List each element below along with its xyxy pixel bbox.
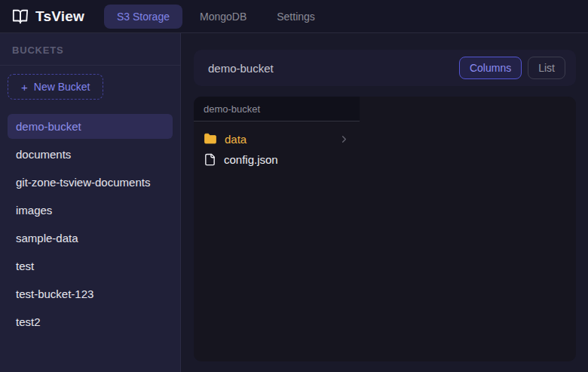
tab-s3-storage[interactable]: S3 Storage <box>104 5 182 29</box>
top-bar: TsView S3 StorageMongoDBSettings <box>0 0 588 33</box>
entry-label: data <box>225 133 247 146</box>
app-logo: TsView <box>12 8 84 25</box>
new-bucket-button[interactable]: + New Bucket <box>8 74 103 100</box>
bucket-list-item[interactable]: sample-data <box>8 226 173 251</box>
browser-panel: demo-bucket dataconfig.json <box>194 97 576 361</box>
object-column: demo-bucket dataconfig.json <box>194 97 360 361</box>
view-toggle: ColumnsList <box>459 57 565 79</box>
main-area: demo-bucket ColumnsList demo-bucket data… <box>181 33 588 372</box>
buckets-sidebar: BUCKETS + New Bucket demo-bucketdocument… <box>0 33 181 372</box>
buckets-heading: BUCKETS <box>0 33 180 66</box>
bucket-title: demo-bucket <box>208 62 274 75</box>
file-icon <box>204 153 216 166</box>
plus-icon: + <box>21 81 28 93</box>
tab-settings[interactable]: Settings <box>264 5 328 29</box>
folder-icon <box>204 132 217 146</box>
entry-list: dataconfig.json <box>194 121 360 170</box>
columns-view-button[interactable]: Columns <box>459 57 522 79</box>
bucket-list-item[interactable]: git-zone-tsview-documents <box>8 170 173 195</box>
chevron-right-icon <box>338 134 350 145</box>
app-title: TsView <box>35 8 84 25</box>
tab-mongodb[interactable]: MongoDB <box>187 5 259 29</box>
new-bucket-label: New Bucket <box>34 81 90 93</box>
bucket-list: demo-bucketdocumentsgit-zone-tsview-docu… <box>0 114 180 334</box>
bucket-list-item[interactable]: test2 <box>8 309 173 334</box>
bucket-list-item[interactable]: test <box>8 254 173 278</box>
bucket-list-item[interactable]: documents <box>8 142 173 167</box>
bucket-list-item[interactable]: test-bucket-123 <box>8 281 173 306</box>
top-nav-tabs: S3 StorageMongoDBSettings <box>104 5 328 29</box>
bucket-list-item[interactable]: demo-bucket <box>8 114 173 139</box>
bucket-list-item[interactable]: images <box>8 198 173 223</box>
entry-label: config.json <box>224 153 278 166</box>
column-header: demo-bucket <box>194 97 360 121</box>
list-view-button[interactable]: List <box>528 57 565 79</box>
bucket-header-card: demo-bucket ColumnsList <box>194 50 576 86</box>
entry-row-folder[interactable]: data <box>194 128 360 149</box>
entry-row-file[interactable]: config.json <box>194 149 360 170</box>
book-open-icon <box>12 8 29 25</box>
